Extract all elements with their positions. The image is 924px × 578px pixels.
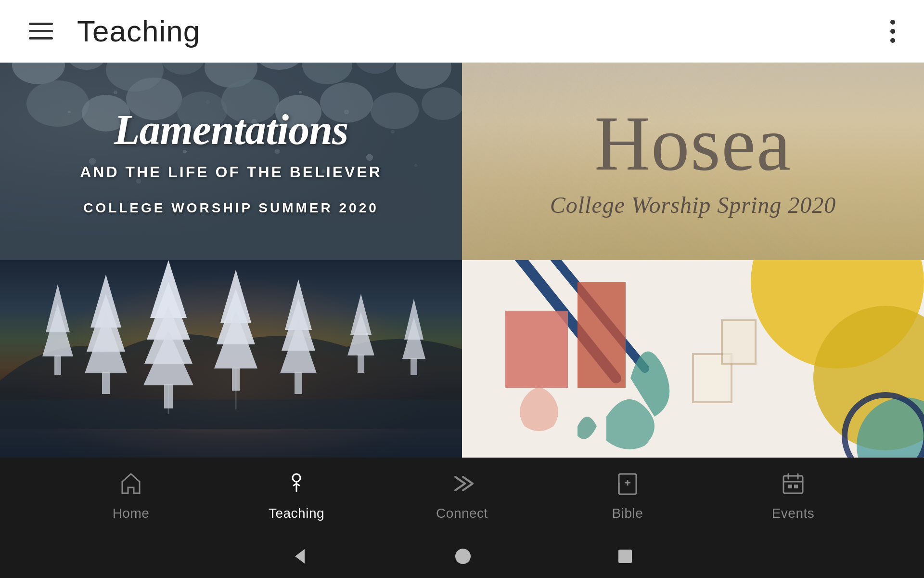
card-forest[interactable] — [0, 260, 462, 458]
page-title: Teaching — [77, 14, 200, 48]
svg-rect-50 — [505, 311, 568, 388]
nav-connect[interactable]: Connect — [419, 471, 505, 521]
lamentations-subtitle: And The Life Of The Believer — [80, 163, 382, 181]
nav-teaching[interactable]: Teaching — [253, 471, 340, 521]
svg-rect-67 — [788, 485, 792, 488]
svg-rect-63 — [783, 476, 803, 493]
svg-marker-69 — [295, 549, 305, 564]
lamentations-title: Lamentations — [114, 107, 348, 154]
connect-icon — [449, 471, 475, 500]
card-lamentations[interactable]: Lamentations And The Life Of The Believe… — [0, 63, 462, 260]
hosea-subtitle: College Worship Spring 2020 — [550, 192, 836, 218]
hosea-title: Hosea — [594, 105, 792, 182]
connect-label: Connect — [436, 506, 488, 521]
events-icon — [781, 471, 806, 500]
back-button[interactable] — [290, 547, 309, 566]
card-hosea[interactable]: Hosea College Worship Spring 2020 — [462, 63, 924, 260]
system-bar — [0, 535, 924, 578]
content-grid: Lamentations And The Life Of The Believe… — [0, 63, 924, 458]
nav-home[interactable]: Home — [88, 471, 174, 521]
svg-rect-68 — [794, 485, 798, 488]
svg-point-58 — [293, 474, 300, 482]
svg-rect-71 — [618, 550, 632, 563]
home-label: Home — [113, 506, 150, 521]
svg-rect-44 — [411, 358, 417, 375]
teaching-icon — [284, 471, 309, 500]
bible-label: Bible — [612, 506, 643, 521]
nav-bible[interactable]: Bible — [584, 471, 671, 521]
top-bar-left: Teaching — [29, 14, 200, 48]
more-options-button[interactable] — [890, 20, 895, 43]
svg-rect-57 — [722, 320, 756, 364]
lamentations-card-content: Lamentations And The Life Of The Believe… — [0, 63, 462, 260]
hosea-card-content: Hosea College Worship Spring 2020 — [462, 63, 924, 260]
card-abstract[interactable] — [462, 260, 924, 458]
nav-events[interactable]: Events — [750, 471, 836, 521]
lamentations-series: College Worship Summer 2020 — [83, 200, 379, 216]
bible-icon — [615, 471, 640, 500]
bottom-nav: Home Teaching Connect — [0, 458, 924, 535]
home-icon — [118, 471, 143, 500]
svg-rect-41 — [358, 355, 364, 373]
recent-button[interactable] — [616, 548, 634, 565]
svg-point-70 — [455, 549, 471, 564]
home-button[interactable] — [454, 547, 472, 565]
svg-rect-51 — [578, 282, 626, 388]
svg-rect-21 — [54, 355, 61, 375]
teaching-label: Teaching — [269, 506, 324, 521]
svg-rect-25 — [102, 372, 110, 394]
menu-button[interactable] — [29, 23, 53, 39]
top-bar: Teaching — [0, 0, 924, 63]
svg-rect-38 — [295, 372, 302, 394]
events-label: Events — [772, 506, 815, 521]
